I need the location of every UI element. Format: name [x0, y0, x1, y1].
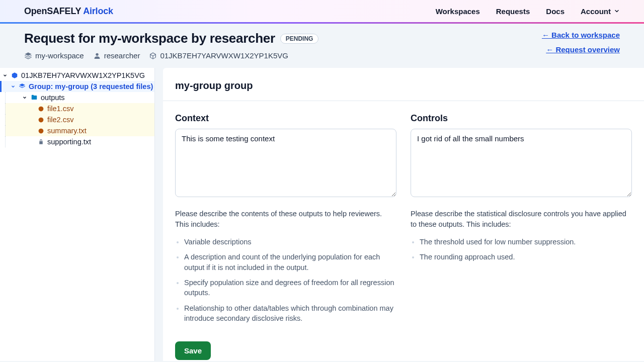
help-item: Specify population size and degrees of f… [184, 278, 396, 298]
breadcrumb: my-workspace researcher 01JKB7EH7YARVWXW… [24, 51, 318, 60]
content-scroll[interactable]: my-group group Context Please describe t… [155, 68, 644, 361]
brand-right: Airlock [83, 6, 113, 16]
controls-heading: Controls [411, 113, 632, 124]
tree-folder[interactable]: outputs [5, 92, 154, 103]
page-header: Request for my-workspace by researcher P… [0, 24, 644, 68]
group-title: my-group group [175, 80, 632, 92]
file-output-icon [38, 106, 44, 112]
brand[interactable]: OpenSAFELY Airlock [24, 6, 113, 17]
context-textarea[interactable] [175, 129, 396, 197]
context-heading: Context [175, 113, 396, 124]
crumb-workspace: my-workspace [24, 51, 84, 60]
divider [163, 101, 644, 101]
controls-textarea[interactable] [411, 129, 632, 197]
context-help-list: Variable descriptionsA description and c… [175, 237, 396, 323]
tree-root[interactable]: 01JKB7EH7YARVWXW1X2YP1K5VG [0, 70, 154, 81]
crumb-user: researcher [93, 51, 140, 60]
file-tree: 01JKB7EH7YARVWXW1X2YP1K5VG Group: my-gro… [0, 68, 155, 361]
crumb-user-label: researcher [104, 51, 140, 60]
nav-docs[interactable]: Docs [546, 7, 565, 16]
file-output-icon [38, 117, 44, 123]
nav-workspaces[interactable]: Workspaces [436, 7, 480, 16]
status-badge: PENDING [280, 34, 319, 44]
cube-icon [149, 52, 157, 60]
tree-file-label: supporting.txt [47, 138, 91, 146]
chevron-down-icon [22, 95, 28, 100]
tree-file-label: summary.txt [47, 127, 87, 135]
group-panel: my-group group Context Please describe t… [163, 68, 644, 361]
svg-point-1 [39, 106, 44, 111]
svg-point-3 [39, 128, 44, 133]
page-title: Request for my-workspace by researcher [24, 31, 275, 46]
controls-help-intro: Please describe the statistical disclosu… [411, 209, 632, 230]
help-item: The rounding approach used. [420, 252, 632, 262]
top-nav: OpenSAFELY Airlock Workspaces Requests D… [0, 0, 644, 22]
chevron-down-icon [614, 8, 620, 14]
save-button[interactable]: Save [175, 341, 211, 360]
context-column: Context Please describe the contents of … [175, 113, 396, 328]
crumb-workspace-label: my-workspace [35, 51, 84, 60]
cube-icon [11, 72, 18, 79]
file-output-icon [38, 128, 44, 134]
controls-help-list: The threshold used for low number suppre… [411, 237, 632, 262]
nav-links: Workspaces Requests Docs Account [436, 7, 620, 16]
crumb-request: 01JKB7EH7YARVWXW1X2YP1K5VG [149, 51, 288, 60]
tree-file[interactable]: supporting.txt [5, 136, 154, 147]
tree-root-label: 01JKB7EH7YARVWXW1X2YP1K5VG [21, 71, 145, 79]
tree-group-label: Group: my-group (3 requested files) [29, 82, 153, 90]
main-split: 01JKB7EH7YARVWXW1X2YP1K5VG Group: my-gro… [0, 68, 644, 361]
nav-requests[interactable]: Requests [496, 7, 530, 16]
svg-point-0 [96, 53, 98, 55]
tree-file[interactable]: file1.csv [5, 103, 154, 114]
tree-file-label: file1.csv [47, 105, 73, 113]
tree-file[interactable]: file2.csv [5, 114, 154, 125]
chevron-down-icon [2, 73, 8, 78]
paperclip-icon [38, 139, 44, 145]
svg-point-2 [39, 117, 44, 122]
tree-file[interactable]: summary.txt [5, 125, 154, 136]
tree-file-label: file2.csv [47, 116, 73, 124]
crumb-request-label: 01JKB7EH7YARVWXW1X2YP1K5VG [160, 51, 288, 60]
tree-group[interactable]: Group: my-group (3 requested files) [0, 81, 154, 92]
chevron-down-icon [11, 84, 16, 89]
context-help-intro: Please describe the contents of these ou… [175, 209, 396, 230]
user-icon [93, 52, 101, 60]
layers-icon [19, 83, 26, 90]
layers-icon [24, 52, 32, 60]
nav-account-label: Account [581, 7, 611, 16]
help-item: A description and count of the underlyin… [184, 252, 396, 273]
help-item: Relationship to other data/tables which … [184, 303, 396, 324]
nav-account[interactable]: Account [581, 7, 620, 16]
request-overview-link[interactable]: ← Request overview [546, 45, 620, 54]
help-item: The threshold used for low number suppre… [420, 237, 632, 247]
tree-folder-label: outputs [41, 94, 65, 102]
help-item: Variable descriptions [184, 237, 396, 247]
folder-icon [31, 94, 38, 101]
brand-left: OpenSAFELY [24, 6, 81, 16]
controls-column: Controls Please describe the statistical… [411, 113, 632, 328]
back-to-workspace-link[interactable]: ← Back to workspace [542, 31, 620, 39]
